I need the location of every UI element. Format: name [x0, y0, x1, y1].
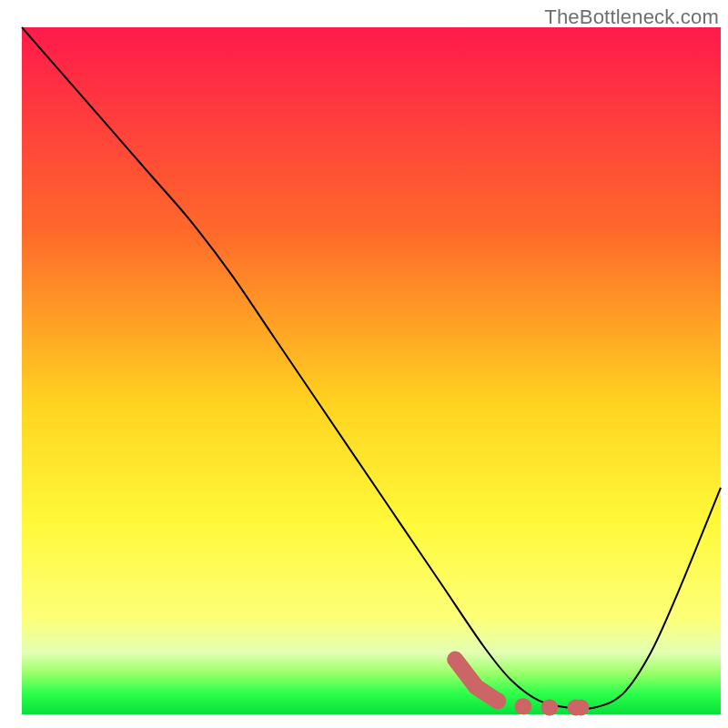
highlight-end-dot [572, 699, 589, 715]
watermark-text: TheBottleneck.com [544, 5, 719, 29]
chart-svg [0, 0, 728, 728]
gradient-background [22, 27, 721, 714]
chart-container: TheBottleneck.com [0, 0, 728, 728]
